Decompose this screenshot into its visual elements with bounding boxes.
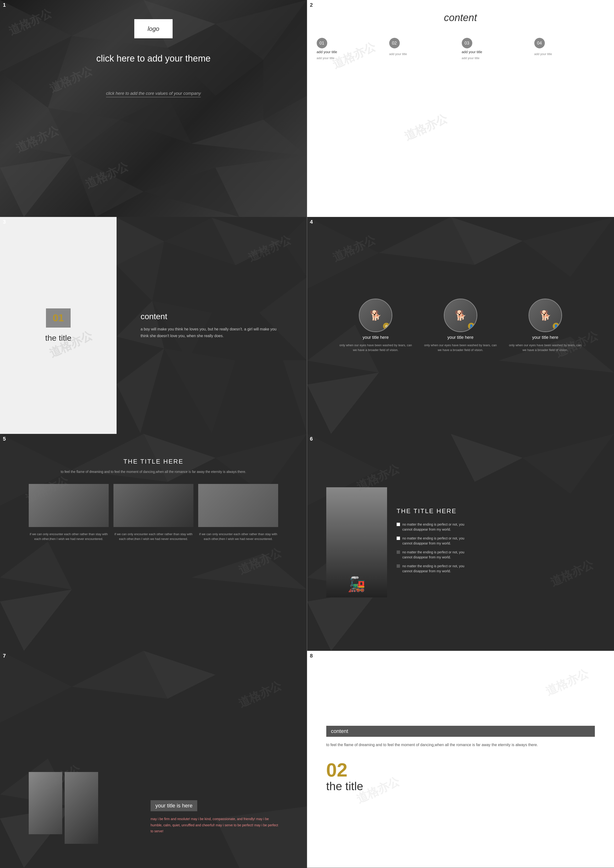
slide-7: 7 your title is here may i be firm and r…: [0, 651, 307, 868]
svg-marker-12: [72, 156, 144, 217]
slide7-body: may i be firm and resolute! may i be kin…: [150, 816, 278, 834]
profile-card-3: 🐕 👤 your title here only when our eyes h…: [508, 298, 583, 352]
tab-num-3: 03: [462, 38, 472, 48]
slide-2: 2 content 01 add your title add your tit…: [307, 0, 614, 217]
slide-5: 5 THE TITLE HERE to feel the flame of dr…: [0, 434, 307, 651]
caption-2: if we can only encounter each other rath…: [113, 532, 194, 541]
tab-item-4[interactable]: 04 add your title: [534, 38, 605, 60]
badge-icon-2: 👤: [468, 323, 475, 329]
slide3-badge: 01: [46, 308, 71, 328]
tab-list: 01 add your title add your title 02 add …: [307, 38, 614, 60]
slide5-title: THE TITLE HERE: [29, 458, 278, 465]
slide7-img-2: [65, 772, 98, 844]
bullet-sq-1: [397, 523, 400, 526]
avatar-3: 🐕 👤: [529, 298, 562, 332]
slide-number: 6: [310, 436, 313, 442]
slide8-big-title: the title: [326, 779, 595, 793]
slide3-content-heading: content: [141, 312, 283, 321]
slide5-img-3: [198, 484, 278, 527]
slide8-big-num: 02: [326, 761, 595, 779]
slide5-img-2: [113, 484, 194, 527]
subtitle[interactable]: click here to add the core values of you…: [106, 91, 201, 97]
tab-item-1[interactable]: 01 add your title add your title: [317, 38, 387, 60]
profile-card-2: 🐕 👤 your title here only when our eyes h…: [423, 298, 498, 352]
profile-card-1: 🐕 ⚙ your title here only when our eyes h…: [338, 298, 413, 352]
slide7-content: your title is here may i be firm and res…: [150, 800, 278, 844]
slide5-subtitle: to feel the flame of dreaming and to fee…: [29, 469, 278, 474]
watermark: 道格亦公: [543, 666, 591, 699]
slide5-img-1: [29, 484, 109, 527]
bullet-text-4: no matter the ending is perfect or not, …: [402, 564, 471, 574]
profile-title-2: your title here: [447, 335, 473, 340]
badge-icon-1: ⚙: [383, 323, 390, 329]
slide-number: 8: [310, 653, 313, 659]
logo-box: logo: [134, 19, 172, 38]
bullet-2: no matter the ending is perfect or not, …: [397, 536, 471, 546]
slide8-content-label: content: [326, 726, 595, 737]
slide3-title: the title: [45, 333, 71, 343]
bullet-1: no matter the ending is perfect or not, …: [397, 522, 471, 532]
image-row: [29, 484, 278, 527]
logo-text: logo: [147, 25, 159, 33]
slide-6: 6 🚂 THE TITLE HERE no matter the ending …: [307, 434, 614, 651]
slide-number: 5: [3, 436, 6, 442]
tab-label-3: add your title: [462, 50, 482, 54]
bullet-sq-2: [397, 537, 400, 540]
tab-num-2: 02: [389, 38, 400, 48]
bullet-text-1: no matter the ending is perfect or not, …: [402, 522, 471, 532]
bullet-text-3: no matter the ending is perfect or not, …: [402, 550, 471, 560]
profile-title-1: your title here: [363, 335, 389, 340]
svg-marker-47: [523, 434, 614, 494]
tab-sub-4: add your title: [534, 52, 552, 56]
tab-item-2[interactable]: 02 add your title: [389, 38, 459, 60]
tab-label-1: add your title: [317, 50, 337, 54]
svg-marker-11: [0, 156, 72, 217]
slide6-image: 🚂: [326, 487, 387, 598]
profile-desc-2: only when our eyes have been washed by t…: [423, 343, 498, 352]
bullet-text-2: no matter the ending is perfect or not, …: [402, 536, 471, 546]
watermark: 道格亦公: [402, 110, 450, 144]
bullet-4: no matter the ending is perfect or not, …: [397, 564, 471, 574]
slide8-body: to feel the flame of dreaming and to fee…: [326, 742, 595, 748]
captions-row: if we can only encounter each other rath…: [29, 532, 278, 541]
slide6-content: THE TITLE HERE no matter the ending is p…: [397, 508, 471, 578]
tab-sub-2: add your title: [389, 52, 407, 56]
avatar-2: 🐕 👤: [444, 298, 477, 332]
slide-number: 7: [3, 653, 6, 659]
slide-3: 01 the title content: [0, 217, 307, 434]
svg-marker-8: [120, 96, 192, 144]
slide6-title: THE TITLE HERE: [397, 508, 471, 515]
profile-title-3: your title here: [532, 335, 558, 340]
slide-number: 3: [3, 219, 6, 225]
slide7-images: [29, 772, 141, 844]
tab-sub-1: add your title: [317, 56, 334, 60]
profile-desc-3: only when our eyes have been washed by t…: [508, 343, 583, 352]
tab-sub-3: add your title: [462, 56, 479, 60]
bullet-sq-3: [397, 551, 400, 554]
caption-1: if we can only encounter each other rath…: [29, 532, 109, 541]
slide2-heading: content: [307, 0, 614, 23]
badge-icon-3: 👤: [553, 323, 560, 329]
tab-num-1: 01: [317, 38, 327, 48]
svg-marker-9: [192, 120, 307, 156]
slide3-left: 01 the title: [0, 217, 116, 434]
profile-desc-1: only when our eyes have been washed by t…: [338, 343, 413, 352]
bullet-sq-4: [397, 564, 400, 568]
slide-8: 8 content to feel the flame of dreaming …: [307, 651, 614, 868]
slide7-title-badge: your title is here: [150, 800, 197, 811]
slide-1: 1 logo click here to add your theme clic…: [0, 0, 307, 217]
slide7-img-1: [29, 772, 62, 834]
main-title[interactable]: click here to add your theme: [82, 53, 225, 64]
slide3-content-body: a boy will make you think he loves you, …: [141, 326, 283, 339]
tab-num-4: 04: [534, 38, 545, 48]
caption-3: if we can only encounter each other rath…: [198, 532, 278, 541]
slide-grid: 1 logo click here to add your theme clic…: [0, 0, 614, 868]
bullet-3: no matter the ending is perfect or not, …: [397, 550, 471, 560]
avatar-1: 🐕 ⚙: [359, 298, 392, 332]
slide-number: 1: [3, 2, 6, 8]
tab-item-3[interactable]: 03 add your title add your title: [462, 38, 532, 60]
slide3-right: content a boy will make you think he lov…: [116, 217, 307, 434]
slide-number: 4: [310, 219, 313, 225]
slide-number: 2: [310, 2, 313, 8]
slide-4: 4 🐕 ⚙ your title here only when our eyes…: [307, 217, 614, 434]
